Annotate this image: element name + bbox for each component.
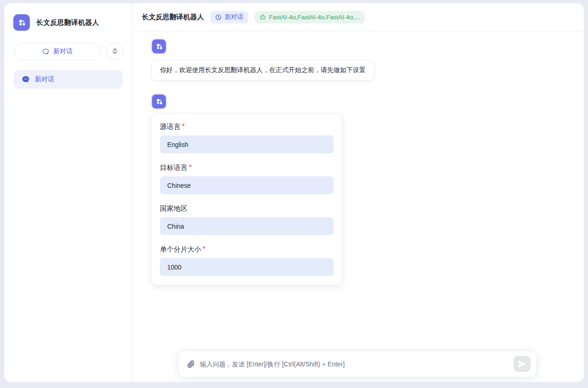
target-language-label: 目标语言 (160, 163, 187, 171)
bot-message-group: 源语言* 目标语言* 国家地区 单个分片大小* (151, 94, 565, 285)
app-logo (13, 14, 30, 31)
form-group-chunk-size: 单个分片大小* (160, 245, 334, 276)
required-star: * (203, 245, 205, 253)
clear-history-button[interactable] (106, 43, 124, 60)
chat-history-item[interactable]: 新对话 (14, 70, 123, 89)
required-star: * (189, 163, 192, 171)
chat-history-list: 新对话 (4, 60, 132, 89)
bot-message-group: 你好，欢迎使用长文反思翻译机器人，在正式开始之前，请先做如下设置 (151, 39, 565, 81)
send-button[interactable] (514, 356, 531, 372)
page-title: 长文反思翻译机器人 (142, 13, 204, 22)
settings-form-card: 源语言* 目标语言* 国家地区 单个分片大小* (151, 113, 342, 285)
new-chat-button[interactable]: 新对话 (14, 43, 101, 60)
paperclip-icon (187, 360, 195, 368)
workflow-icon (155, 97, 164, 106)
message-composer (178, 351, 537, 377)
required-star: * (182, 123, 185, 130)
country-region-input[interactable] (160, 217, 334, 235)
form-group-country-region: 国家地区 (160, 204, 334, 235)
chat-body: 你好，欢迎使用长文反思翻译机器人，在正式开始之前，请先做如下设置 (133, 31, 584, 382)
attach-file-button[interactable] (187, 360, 195, 368)
chunk-size-input[interactable] (160, 258, 334, 276)
chat-bubble-icon (42, 48, 50, 56)
sidebar-actions: 新对话 (4, 31, 132, 60)
welcome-message-bubble: 你好，欢迎使用长文反思翻译机器人，在正式开始之前，请先做如下设置 (151, 60, 374, 81)
bot-avatar (151, 39, 167, 54)
main-panel: 长文反思翻译机器人 新对话 (133, 3, 584, 382)
robot-icon (259, 13, 266, 21)
model-badge: FastAI-4o,FastAI-4o,FastAI-4o,... (254, 11, 365, 23)
form-group-source-language: 源语言* (160, 123, 334, 153)
target-language-input[interactable] (160, 176, 334, 194)
source-language-label: 源语言 (160, 123, 181, 130)
sidebar: 长文反思翻译机器人 新对话 (4, 3, 133, 382)
chunk-size-label: 单个分片大小 (160, 245, 201, 253)
current-chat-badge-label: 新对话 (225, 13, 243, 21)
send-icon (517, 359, 527, 369)
clock-icon (215, 14, 222, 21)
app-window: 长文反思翻译机器人 新对话 (4, 3, 584, 382)
source-language-input[interactable] (160, 135, 334, 153)
form-group-target-language: 目标语言* (160, 163, 334, 194)
bot-avatar (151, 94, 167, 109)
new-chat-button-label: 新对话 (53, 47, 73, 56)
model-badge-label: FastAI-4o,FastAI-4o,FastAI-4o,... (269, 14, 360, 21)
current-chat-badge: 新对话 (210, 11, 248, 23)
app-title: 长文反思翻译机器人 (36, 18, 99, 27)
main-header: 长文反思翻译机器人 新对话 (133, 3, 584, 31)
workflow-icon (155, 42, 164, 51)
sidebar-header: 长文反思翻译机器人 (4, 3, 132, 31)
message-input[interactable] (200, 360, 514, 368)
workflow-icon (17, 18, 27, 28)
chat-bubble-filled-icon (21, 75, 30, 84)
chat-history-item-label: 新对话 (35, 75, 54, 84)
country-region-label: 国家地区 (160, 204, 187, 212)
broom-icon (111, 47, 119, 56)
